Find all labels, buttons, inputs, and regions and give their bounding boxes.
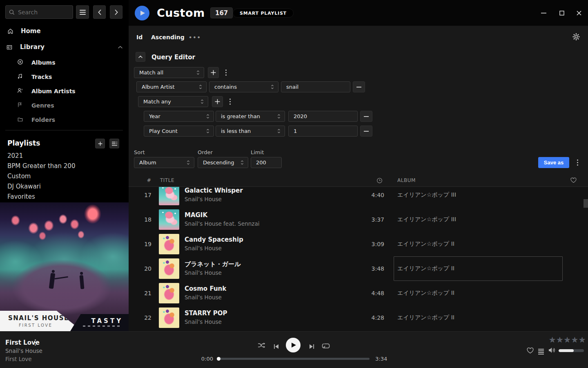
next-button[interactable] [309, 343, 314, 351]
sidebar-item-label: Albums [31, 59, 56, 66]
collapse-chevron-icon[interactable] [118, 46, 122, 49]
sidebar-item-label: Genres [31, 102, 54, 109]
folder-icon [17, 117, 24, 123]
playlist-list-button[interactable] [109, 139, 119, 148]
sidebar-item-library[interactable]: Library [6, 42, 122, 52]
column-header-title[interactable]: TITLE [160, 177, 174, 183]
minimize-icon [541, 13, 546, 13]
smart-playlist-badge: SMART PLAYLIST [233, 9, 294, 18]
rule-field-select[interactable]: Play Count [144, 126, 214, 137]
close-button[interactable] [575, 9, 584, 17]
group-menu-button[interactable] [223, 67, 229, 78]
seek-handle[interactable] [217, 357, 220, 361]
order-label: Order [198, 149, 213, 155]
sidebar-divider [5, 130, 123, 130]
playlist-item[interactable]: 2021 [7, 152, 23, 159]
rule-operator-select[interactable]: is greater than [216, 111, 285, 122]
playlist-title: Custom [157, 7, 205, 19]
sort-field-button[interactable]: Id [136, 34, 143, 40]
volume-fill [559, 349, 574, 352]
playlist-item[interactable]: Favorites [7, 193, 35, 200]
scrollbar-thumb[interactable] [584, 199, 588, 208]
query-editor-collapse-button[interactable] [136, 52, 145, 62]
playlist-item[interactable]: Custom [7, 173, 31, 180]
table-row[interactable]: 21 Cosmo Funk Snail’s House 4:48 エイリアン☆ポ… [129, 281, 588, 305]
player-bar: First Love Snail’s House First Love 0:00… [0, 331, 588, 368]
match-mode-select[interactable]: Match all [134, 67, 204, 78]
now-playing-album[interactable]: First Love [5, 356, 32, 362]
artwork-artist-text: SNAIL'S HOUSE [8, 314, 69, 322]
heart-column-icon[interactable] [570, 177, 577, 184]
queue-button[interactable] [538, 348, 544, 355]
save-menu-button[interactable] [574, 157, 581, 168]
sidebar-item-album-artists[interactable]: Album Artists [17, 87, 76, 96]
settings-button[interactable] [572, 33, 580, 42]
sidebar-item-home[interactable]: Home [7, 26, 41, 36]
table-row[interactable]: 18 MAGIK Snail’s House feat. Sennzai 3:3… [129, 207, 588, 232]
play-icon [140, 10, 145, 16]
column-header-album[interactable]: ALBUM [397, 177, 416, 183]
play-pause-button[interactable] [286, 338, 301, 352]
track-duration: 3:37 [357, 207, 384, 232]
playlist-item[interactable]: DJ Okawari [7, 183, 41, 190]
table-row[interactable]: 19 Candy Spaceship Snail’s House 3:09 エイ… [129, 232, 588, 256]
menu-button[interactable] [76, 5, 89, 19]
volume-button[interactable] [548, 347, 556, 355]
remove-rule-button[interactable] [360, 111, 372, 122]
more-options-button[interactable]: ••• [189, 34, 201, 40]
sidebar-item-genres[interactable]: Genres [17, 101, 54, 110]
rating-stars[interactable]: ★★★★★ [549, 336, 586, 344]
playlist-item[interactable]: BPM Greater than 200 [7, 162, 75, 170]
rule-field-select[interactable]: Year [144, 111, 214, 122]
search-input[interactable] [18, 9, 67, 16]
rule-operator-select[interactable]: is less than [216, 126, 285, 137]
select-arrows-icon [277, 114, 281, 119]
plus-icon [211, 70, 216, 75]
add-rule-button[interactable] [208, 67, 219, 78]
match-mode-select[interactable]: Match any [138, 96, 208, 107]
table-row[interactable]: 17 Galactic Whisper Snail’s House 4:40 エ… [129, 187, 588, 207]
sidebar-item-albums[interactable]: Albums [17, 58, 56, 67]
rule-operator-select[interactable]: contains [209, 81, 278, 92]
artwork-label-logo: TASTY [91, 317, 123, 325]
previous-button[interactable] [274, 343, 279, 351]
now-playing-artwork[interactable]: SNAIL'S HOUSE FIRST LOVE TASTY [0, 202, 129, 331]
sidebar-item-folders[interactable]: Folders [17, 115, 55, 124]
favorite-button[interactable] [527, 348, 534, 355]
save-as-button[interactable]: Save as [538, 157, 569, 168]
album-cover-thumb [159, 234, 179, 254]
group-menu-button[interactable] [227, 96, 233, 107]
sort-select[interactable]: Album [134, 157, 194, 168]
rule-field-select[interactable]: Album Artist [136, 81, 207, 92]
elapsed-time: 0:00 [196, 356, 213, 362]
sort-direction-button[interactable]: Ascending [151, 34, 185, 40]
track-title: STARRY POP [185, 310, 227, 317]
sidebar-item-tracks[interactable]: Tracks [17, 72, 52, 81]
search-box[interactable] [5, 5, 73, 19]
play-playlist-button[interactable] [135, 6, 149, 20]
shuffle-button[interactable] [258, 342, 266, 350]
volume-slider[interactable] [559, 349, 584, 352]
add-playlist-button[interactable] [95, 139, 105, 148]
order-select[interactable]: Descending [198, 157, 248, 168]
clock-icon[interactable] [376, 177, 383, 185]
track-artist: Snail’s House [185, 245, 222, 251]
add-rule-button[interactable] [212, 96, 223, 107]
forward-button[interactable] [110, 5, 122, 19]
minimize-button[interactable] [539, 9, 548, 17]
now-playing-menu-button[interactable] [33, 339, 38, 346]
limit-input[interactable] [251, 157, 282, 168]
now-playing-artist[interactable]: Snail’s House [5, 348, 42, 354]
table-row[interactable]: 20 プラネット・ガール Snail’s House 3:48 エイリアン☆ポッ… [129, 256, 588, 281]
maximize-button[interactable] [557, 9, 566, 17]
rule-value-input[interactable] [288, 126, 358, 137]
table-row[interactable]: 22 STARRY POP Snail’s House 4:28 エイリアン☆ポ… [129, 305, 588, 330]
back-button[interactable] [93, 5, 106, 19]
remove-rule-button[interactable] [360, 126, 372, 137]
column-header-number[interactable]: # [145, 177, 153, 183]
seek-bar[interactable] [218, 358, 370, 360]
rule-value-input[interactable] [281, 81, 350, 92]
rule-value-input[interactable] [288, 111, 358, 122]
repeat-button[interactable] [322, 343, 330, 350]
remove-rule-button[interactable] [353, 81, 365, 92]
